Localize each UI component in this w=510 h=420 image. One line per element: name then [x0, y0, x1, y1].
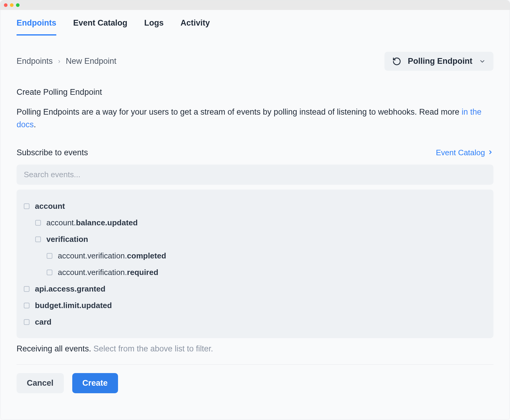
event-budget-limit-updated[interactable]: budget.limit.updated [24, 297, 486, 314]
page-title: Create Polling Endpoint [17, 88, 493, 97]
window-minimize-icon[interactable] [10, 3, 14, 7]
titlebar [0, 0, 510, 10]
endpoint-type-selector[interactable]: Polling Endpoint [384, 52, 493, 71]
tab-event-catalog[interactable]: Event Catalog [73, 18, 127, 36]
event-label: budget.limit.updated [35, 301, 112, 310]
chevron-right-icon [487, 148, 493, 157]
event-bold: balance.updated [76, 218, 138, 227]
event-group-label: account [35, 202, 65, 211]
event-account-verification-required[interactable]: account.verification.required [24, 264, 486, 281]
event-label: api.access.granted [35, 284, 105, 294]
receiving-status: Receiving all events. Select from the ab… [17, 344, 493, 354]
form-actions: Cancel Create [17, 373, 493, 393]
event-label: account.balance.updated [46, 218, 138, 227]
event-group-label: card [35, 317, 51, 327]
nav-tabs: Endpoints Event Catalog Logs Activity [17, 10, 493, 36]
checkbox-icon[interactable] [35, 220, 41, 226]
breadcrumb-parent[interactable]: Endpoints [17, 57, 53, 66]
event-account-verification-completed[interactable]: account.verification.completed [24, 248, 486, 264]
event-catalog-link[interactable]: Event Catalog [436, 148, 493, 157]
endpoint-type-label: Polling Endpoint [408, 57, 472, 66]
chevron-down-icon [479, 58, 486, 65]
receiving-main: Receiving all events. [17, 344, 91, 353]
checkbox-icon[interactable] [24, 286, 30, 292]
event-prefix: account. [46, 218, 76, 227]
event-label: account.verification.required [58, 268, 158, 277]
refresh-icon [392, 57, 401, 66]
breadcrumb-separator-icon: › [58, 57, 60, 65]
events-list: account account.balance.updated verifica… [17, 190, 493, 338]
window-close-icon[interactable] [4, 3, 8, 7]
tab-activity[interactable]: Activity [181, 18, 210, 36]
event-catalog-link-text: Event Catalog [436, 148, 485, 157]
checkbox-icon[interactable] [47, 270, 52, 275]
tab-logs[interactable]: Logs [144, 18, 164, 36]
subscribe-label: Subscribe to events [17, 148, 88, 157]
event-label: account.verification.completed [58, 251, 166, 261]
event-group-verification[interactable]: verification [24, 231, 486, 248]
event-bold: completed [127, 251, 166, 260]
page-description-text: Polling Endpoints are a way for your use… [17, 107, 462, 116]
create-button[interactable]: Create [72, 373, 118, 393]
event-prefix: account.verification. [58, 251, 127, 260]
app-window: Endpoints Event Catalog Logs Activity En… [0, 0, 510, 420]
subscribe-header: Subscribe to events Event Catalog [17, 148, 493, 157]
tab-endpoints[interactable]: Endpoints [17, 18, 56, 36]
event-group-card[interactable]: card [24, 314, 486, 330]
page-description: Polling Endpoints are a way for your use… [17, 106, 486, 131]
event-group-label: verification [46, 235, 88, 244]
event-api-access-granted[interactable]: api.access.granted [24, 281, 486, 297]
header-row: Endpoints › New Endpoint Polling Endpoin… [17, 52, 493, 71]
search-input[interactable] [17, 165, 493, 185]
cancel-button[interactable]: Cancel [17, 373, 64, 393]
breadcrumb: Endpoints › New Endpoint [17, 57, 117, 66]
page-description-post: . [34, 120, 36, 129]
page-content: Endpoints Event Catalog Logs Activity En… [0, 10, 510, 420]
checkbox-icon[interactable] [35, 236, 41, 242]
breadcrumb-current: New Endpoint [66, 57, 116, 66]
event-bold: required [127, 268, 158, 277]
checkbox-icon[interactable] [47, 253, 52, 259]
window-maximize-icon[interactable] [16, 3, 20, 7]
checkbox-icon[interactable] [24, 303, 30, 308]
checkbox-icon[interactable] [24, 319, 30, 325]
checkbox-icon[interactable] [24, 203, 30, 209]
receiving-hint: Select from the above list to filter. [93, 344, 213, 353]
event-prefix: account.verification. [58, 268, 127, 277]
event-account-balance-updated[interactable]: account.balance.updated [24, 215, 486, 231]
event-group-account[interactable]: account [24, 198, 486, 215]
divider [17, 364, 493, 365]
